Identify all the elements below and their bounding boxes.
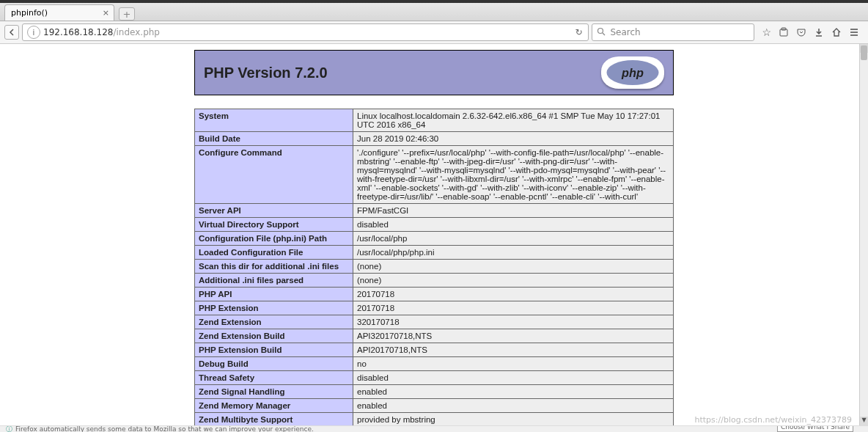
reload-icon[interactable]: ↻ (572, 27, 585, 37)
url-bar[interactable]: i 192.168.18.128/index.php ↻ (22, 23, 589, 41)
menu-icon[interactable] (849, 26, 859, 38)
library-icon[interactable] (779, 26, 789, 38)
url-text: 192.168.18.128/index.php (43, 27, 572, 37)
downloads-icon[interactable] (814, 26, 824, 38)
svg-point-0 (598, 28, 603, 33)
home-icon[interactable] (831, 26, 842, 38)
url-path: /index.php (113, 27, 160, 37)
back-button[interactable] (4, 25, 19, 40)
arrow-left-icon (8, 29, 15, 36)
pocket-icon[interactable] (796, 26, 806, 38)
search-placeholder: Search (610, 27, 640, 37)
tab-strip: phpinfo() × + (0, 3, 868, 21)
nav-toolbar: i 192.168.18.128/index.php ↻ Search ☆ (0, 21, 868, 44)
info-icon[interactable]: i (26, 26, 40, 39)
search-bar[interactable]: Search (592, 23, 754, 41)
svg-line-1 (603, 33, 605, 35)
search-icon (597, 27, 606, 38)
new-tab-button[interactable]: + (119, 7, 135, 21)
toolbar-icons: ☆ (757, 26, 864, 38)
tab-phpinfo[interactable]: phpinfo() × (4, 4, 114, 21)
url-host: 192.168.18.128 (43, 27, 113, 37)
tab-label: phpinfo() (11, 8, 48, 18)
bookmark-star-icon[interactable]: ☆ (762, 26, 771, 38)
close-icon[interactable]: × (103, 8, 109, 18)
